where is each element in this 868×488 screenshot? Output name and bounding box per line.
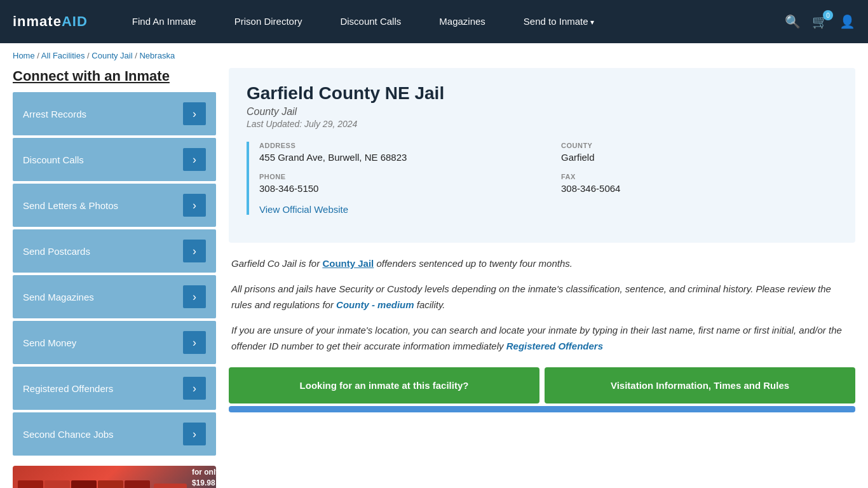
chevron-right-icon: › — [183, 285, 206, 308]
official-website-link[interactable]: View Official Website — [259, 204, 348, 215]
chevron-right-icon: › — [183, 148, 206, 171]
nav-link-magazines[interactable]: Magazines — [420, 0, 505, 43]
sidebar-item-arrest-records[interactable]: Arrest Records › — [13, 92, 216, 135]
chevron-right-icon: › — [183, 194, 206, 217]
description-section: Garfield Co Jail is for County Jail offe… — [229, 255, 855, 355]
sidebar-label-send-magazines: Send Magazines — [23, 292, 94, 302]
main-nav: Find An Inmate Prison Directory Discount… — [113, 0, 785, 44]
facility-info-grid: ADDRESS 455 Grand Ave, Burwell, NE 68823… — [247, 142, 837, 215]
nav-item-prison-directory[interactable]: Prison Directory — [215, 0, 322, 44]
sidebar-label-send-letters-photos: Send Letters & Photos — [23, 200, 118, 211]
phone-value: 308-346-5150 — [259, 183, 536, 194]
nav-link-prison-directory[interactable]: Prison Directory — [215, 0, 322, 43]
ad-image-5 — [125, 480, 150, 489]
facility-last-updated: Last Updated: July 29, 2024 — [247, 119, 837, 129]
desc1-prefix: Garfield Co Jail is for — [231, 258, 322, 269]
desc1-suffix: offenders sentenced up to twenty four mo… — [374, 258, 573, 269]
sidebar-item-send-magazines[interactable]: Send Magazines › — [13, 275, 216, 318]
cart-badge: 0 — [823, 10, 833, 20]
chevron-right-icon: › — [183, 377, 206, 400]
ad-images — [18, 480, 150, 489]
phone-block: PHONE 308-346-5150 — [259, 173, 536, 194]
cart-icon[interactable]: 🛒 0 — [812, 14, 828, 29]
chevron-right-icon: › — [183, 240, 206, 262]
user-icon[interactable]: 👤 — [839, 14, 855, 29]
facility-type: County Jail — [247, 106, 837, 118]
nav-item-send-to-inmate[interactable]: Send to Inmate — [505, 0, 613, 44]
chevron-right-icon: › — [183, 102, 206, 125]
ad-promo-title: 1 Year Subscription for only $19.98 — [192, 466, 216, 488]
nav-icons: 🔍 🛒 0 👤 — [785, 14, 855, 29]
sidebar-label-arrest-records: Arrest Records — [23, 109, 86, 119]
county-medium-link[interactable]: County - medium — [336, 299, 414, 310]
breadcrumb-all-facilities[interactable]: All Facilities — [41, 51, 85, 60]
main-container: Connect with an Inmate Arrest Records › … — [0, 68, 868, 488]
county-jail-link[interactable]: County Jail — [322, 258, 374, 269]
description-para-2: All prisons and jails have Security or C… — [231, 281, 853, 313]
facility-card: Garfield County NE Jail County Jail Last… — [229, 68, 855, 243]
sidebar-label-second-chance-jobs: Second Chance Jobs — [23, 429, 114, 440]
description-para-1: Garfield Co Jail is for County Jail offe… — [231, 255, 853, 272]
search-icon[interactable]: 🔍 — [785, 14, 801, 29]
bottom-buttons: Looking for an inmate at this facility? … — [229, 367, 855, 403]
logo-accent: AID — [62, 13, 88, 29]
sidebar-label-send-postcards: Send Postcards — [23, 246, 90, 257]
nav-link-find-inmate[interactable]: Find An Inmate — [113, 0, 215, 43]
sidebar-item-send-letters-photos[interactable]: Send Letters & Photos › — [13, 184, 216, 227]
sidebar-item-send-money[interactable]: Send Money › — [13, 321, 216, 364]
ad-content: Rd READER'SDIGEST — [154, 484, 192, 488]
desc2-text: All prisons and jails have Security or C… — [231, 283, 831, 311]
ad-image-3 — [71, 480, 97, 489]
sidebar-label-registered-offenders: Registered Offenders — [23, 383, 113, 394]
visitation-info-button[interactable]: Visitation Information, Times and Rules — [545, 367, 855, 403]
nav-link-discount-calls[interactable]: Discount Calls — [321, 0, 420, 43]
phone-label: PHONE — [259, 173, 536, 180]
sidebar-item-second-chance-jobs[interactable]: Second Chance Jobs › — [13, 412, 216, 456]
sidebar-label-discount-calls: Discount Calls — [23, 154, 84, 165]
ad-image-1 — [18, 480, 43, 489]
fax-value: 308-346-5064 — [561, 183, 837, 194]
sidebar-title: Connect with an Inmate — [13, 68, 216, 85]
breadcrumb-nebraska[interactable]: Nebraska — [139, 51, 175, 60]
fax-block: FAX 308-346-5064 — [561, 173, 837, 194]
sidebar-menu: Arrest Records › Discount Calls › Send L… — [13, 92, 216, 456]
main-content: Garfield County NE Jail County Jail Last… — [229, 68, 855, 488]
website-block: View Official Website — [259, 204, 837, 215]
ad-banner[interactable]: Rd READER'SDIGEST 1 Year Subscription fo… — [13, 466, 216, 488]
county-value: Garfield — [561, 152, 837, 163]
sidebar: Connect with an Inmate Arrest Records › … — [13, 68, 216, 488]
blue-bottom-bar — [229, 406, 855, 412]
ad-text-block: 1 Year Subscription for only $19.98 Enjo… — [192, 466, 216, 488]
nav-link-send-to-inmate[interactable]: Send to Inmate — [505, 0, 613, 44]
breadcrumb: Home / All Facilities / County Jail / Ne… — [0, 43, 868, 68]
registered-offenders-link[interactable]: Registered Offenders — [506, 341, 603, 351]
facility-name: Garfield County NE Jail — [247, 83, 837, 104]
county-label: COUNTY — [561, 142, 837, 149]
address-value: 455 Grand Ave, Burwell, NE 68823 — [259, 152, 536, 163]
description-para-3: If you are unsure of your inmate's locat… — [231, 322, 853, 355]
ad-image-2 — [44, 480, 70, 489]
nav-item-magazines[interactable]: Magazines — [420, 0, 505, 44]
find-inmate-button[interactable]: Looking for an inmate at this facility? — [229, 367, 539, 403]
sidebar-item-send-postcards[interactable]: Send Postcards › — [13, 229, 216, 273]
ad-image-4 — [98, 480, 123, 489]
county-block: COUNTY Garfield — [561, 142, 837, 163]
chevron-right-icon: › — [183, 331, 206, 354]
breadcrumb-home[interactable]: Home — [13, 51, 35, 60]
fax-label: FAX — [561, 173, 837, 180]
nav-item-discount-calls[interactable]: Discount Calls — [321, 0, 420, 44]
sidebar-label-send-money: Send Money — [23, 337, 76, 348]
sidebar-item-discount-calls[interactable]: Discount Calls › — [13, 138, 216, 181]
nav-item-find-inmate[interactable]: Find An Inmate — [113, 0, 215, 44]
sidebar-item-registered-offenders[interactable]: Registered Offenders › — [13, 367, 216, 410]
chevron-right-icon: › — [183, 423, 206, 445]
logo-text: inmateAID — [13, 13, 88, 30]
breadcrumb-county-jail[interactable]: County Jail — [92, 51, 132, 60]
logo[interactable]: inmateAID — [13, 13, 88, 30]
address-block: ADDRESS 455 Grand Ave, Burwell, NE 68823 — [259, 142, 536, 163]
address-label: ADDRESS — [259, 142, 536, 149]
ad-brand-logo: Rd READER'SDIGEST — [154, 484, 187, 488]
desc2-suffix: facility. — [414, 299, 445, 310]
